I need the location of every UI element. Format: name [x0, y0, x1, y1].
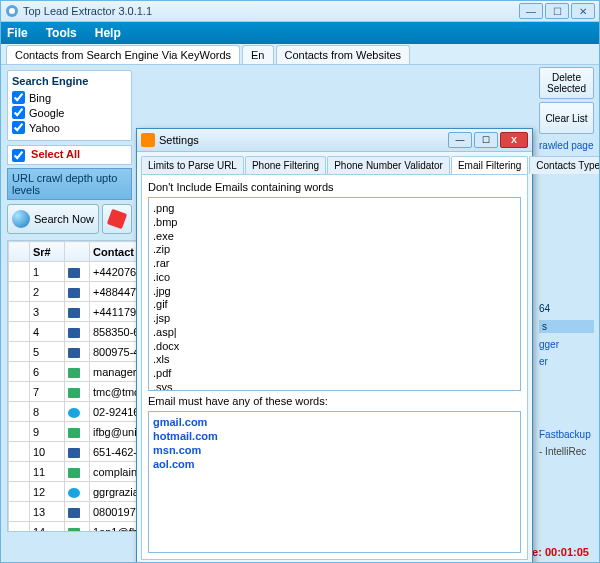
row-gutter [9, 402, 30, 422]
engine-google-checkbox[interactable] [12, 106, 25, 119]
tab-email-filtering[interactable]: Email Filtering [451, 156, 528, 174]
tab-limits[interactable]: Limits to Parse URL [141, 156, 244, 174]
close-button[interactable]: ✕ [571, 3, 595, 19]
contact-type-icon [68, 268, 80, 278]
window-controls: — ☐ ✕ [519, 3, 595, 19]
row-type-icon [65, 342, 90, 362]
select-all[interactable]: Select All [7, 145, 132, 165]
maximize-button[interactable]: ☐ [545, 3, 569, 19]
row-type-icon [65, 322, 90, 342]
main-tabs: Contacts from Search Engine Via KeyWords… [1, 44, 599, 65]
search-engine-panel: Search Engine Bing Google Yahoo [7, 70, 132, 141]
settings-close-button[interactable]: X [500, 132, 528, 148]
contact-type-icon [68, 428, 80, 438]
search-now-button[interactable]: Search Now [7, 204, 99, 234]
svg-point-1 [9, 8, 15, 14]
contact-type-icon [68, 388, 80, 398]
action-bar: Search Now [7, 204, 132, 234]
contact-type-icon [68, 288, 80, 298]
row-gutter [9, 502, 30, 522]
titlebar: Top Lead Extractor 3.0.1.1 — ☐ ✕ [1, 1, 599, 22]
crawled-pages-label[interactable]: rawled page [539, 140, 594, 151]
menu-file[interactable]: File [7, 26, 28, 40]
row-sr: 3 [30, 302, 65, 322]
count-64: 64 [539, 303, 594, 314]
row-sr: 11 [30, 462, 65, 482]
row-type-icon [65, 382, 90, 402]
link-intellirec: - IntelliRec [539, 446, 594, 457]
settings-minimize-button[interactable]: — [448, 132, 472, 148]
row-sr: 10 [30, 442, 65, 462]
settings-body: Limits to Parse URL Phone Filtering Phon… [137, 152, 532, 563]
row-type-icon [65, 462, 90, 482]
row-type-icon [65, 402, 90, 422]
row-gutter [9, 462, 30, 482]
tab-contacts-search[interactable]: Contacts from Search Engine Via KeyWords [6, 45, 240, 64]
engine-bing-checkbox[interactable] [12, 91, 25, 104]
settings-button[interactable] [102, 204, 132, 234]
contact-type-icon [68, 448, 80, 458]
settings-dialog: Settings — ☐ X Limits to Parse URL Phone… [136, 128, 533, 563]
row-type-icon [65, 282, 90, 302]
globe-icon [12, 210, 30, 228]
row-sr: 9 [30, 422, 65, 442]
row-sr: 13 [30, 502, 65, 522]
engine-google[interactable]: Google [12, 106, 127, 119]
row-type-icon [65, 442, 90, 462]
settings-icon [141, 133, 155, 147]
row-type-icon [65, 422, 90, 442]
row-type-icon [65, 302, 90, 322]
contact-type-icon [68, 468, 80, 478]
settings-maximize-button[interactable]: ☐ [474, 132, 498, 148]
engine-yahoo[interactable]: Yahoo [12, 121, 127, 134]
s-header: s [539, 320, 594, 333]
exclude-words-textarea[interactable]: .png.bmp.exe.zip.rar.ico.jpg.gif.jsp.asp… [148, 197, 521, 391]
settings-titlebar: Settings — ☐ X [137, 129, 532, 152]
select-all-checkbox[interactable] [12, 149, 25, 162]
contact-type-icon [68, 308, 80, 318]
row-sr: 6 [30, 362, 65, 382]
tab-phone-filtering[interactable]: Phone Filtering [245, 156, 326, 174]
link-gger[interactable]: gger [539, 339, 594, 350]
row-gutter [9, 362, 30, 382]
row-sr: 12 [30, 482, 65, 502]
engine-yahoo-checkbox[interactable] [12, 121, 25, 134]
row-sr: 14 [30, 522, 65, 533]
col-sr[interactable]: Sr# [30, 242, 65, 262]
link-fastbackup[interactable]: Fastbackup [539, 429, 594, 440]
col-icon [65, 242, 90, 262]
contact-type-icon [68, 408, 80, 418]
tab-contacts-websites[interactable]: Contacts from Websites [276, 45, 411, 64]
elapsed-value: 00:01:05 [545, 546, 589, 558]
crawl-depth-label: URL crawl depth upto levels [7, 168, 132, 200]
tab-en[interactable]: En [242, 45, 273, 64]
row-gutter [9, 382, 30, 402]
row-type-icon [65, 262, 90, 282]
row-sr: 7 [30, 382, 65, 402]
app-title: Top Lead Extractor 3.0.1.1 [23, 5, 519, 17]
row-gutter [9, 482, 30, 502]
row-type-icon [65, 522, 90, 533]
minimize-button[interactable]: — [519, 3, 543, 19]
row-sr: 1 [30, 262, 65, 282]
must-have-textarea[interactable]: gmail.comhotmail.commsn.comaol.com [148, 411, 521, 553]
delete-selected-button[interactable]: Delete Selected [539, 67, 594, 99]
menu-help[interactable]: Help [95, 26, 121, 40]
right-sidebar: Delete Selected Clear List rawled page 6… [539, 67, 594, 463]
wrench-icon [107, 208, 128, 229]
tab-contacts-types[interactable]: Contacts Types [529, 156, 600, 174]
row-sr: 4 [30, 322, 65, 342]
contact-type-icon [68, 528, 80, 532]
col-blank [9, 242, 30, 262]
row-sr: 5 [30, 342, 65, 362]
engine-bing[interactable]: Bing [12, 91, 127, 104]
row-gutter [9, 422, 30, 442]
clear-list-button[interactable]: Clear List [539, 102, 594, 134]
menubar: File Tools Help [1, 22, 599, 44]
row-sr: 8 [30, 402, 65, 422]
menu-tools[interactable]: Tools [46, 26, 77, 40]
link-r[interactable]: er [539, 356, 594, 367]
row-gutter [9, 342, 30, 362]
tab-phone-validator[interactable]: Phone Number Validator [327, 156, 450, 174]
main-body: Search Engine Bing Google Yahoo Select A… [1, 65, 599, 562]
